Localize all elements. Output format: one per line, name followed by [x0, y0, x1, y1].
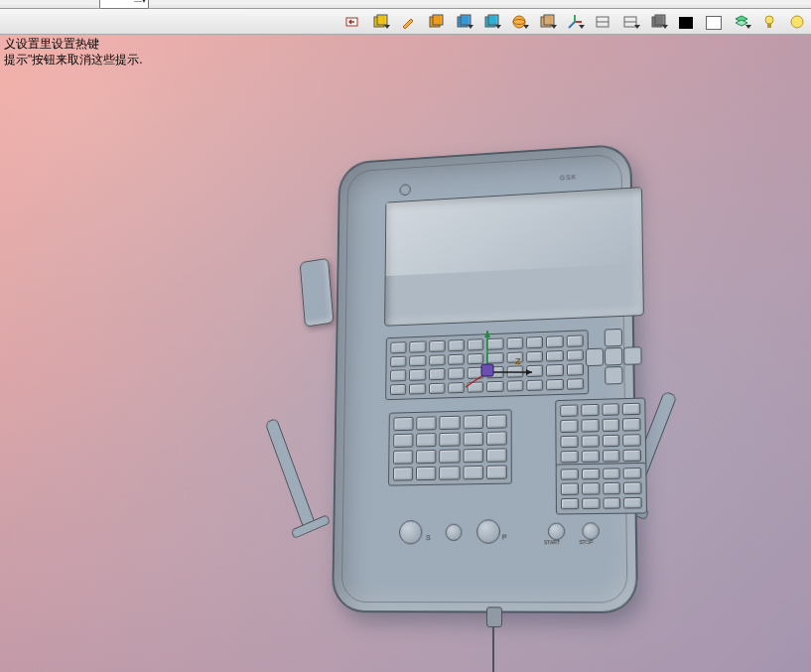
model-key	[487, 366, 504, 378]
model-key	[486, 448, 507, 462]
model-key	[603, 482, 620, 494]
model-key	[409, 369, 426, 381]
model-key	[561, 451, 579, 464]
model-key	[602, 419, 619, 432]
model-brand-text: GSK	[560, 174, 577, 182]
dimension-icon[interactable]	[618, 11, 642, 33]
svg-marker-23	[736, 20, 747, 26]
model-knob-p-label: P	[502, 533, 507, 540]
model-key	[448, 353, 465, 365]
model-key	[463, 415, 483, 429]
model-key	[409, 383, 426, 395]
axis-icon[interactable]	[563, 11, 587, 33]
model-dpad	[584, 326, 642, 385]
3d-viewport[interactable]: 义设置里设置热键 提示"按钮来取消这些提示. GSK S P START	[0, 35, 811, 672]
box-yellow-icon	[428, 14, 444, 30]
model-key	[463, 466, 483, 479]
model-key	[622, 403, 640, 416]
axis-icon	[567, 14, 583, 30]
model-key	[468, 352, 484, 364]
model-key	[468, 338, 484, 350]
model-knob-2	[446, 524, 463, 541]
model-key	[486, 431, 507, 445]
model-key	[393, 417, 413, 431]
layers-icon[interactable]	[730, 11, 753, 33]
model-key	[486, 414, 507, 428]
model-case: GSK S P START STOP	[332, 143, 638, 613]
model-key	[582, 497, 600, 509]
model-knob-start	[548, 523, 565, 541]
box-cyan-icon[interactable]	[479, 11, 503, 33]
model-key	[603, 468, 620, 479]
svg-rect-8	[488, 15, 498, 25]
model-key	[463, 449, 483, 463]
return-icon	[344, 14, 360, 30]
model-key	[622, 418, 640, 431]
svg-rect-25	[767, 24, 771, 28]
model-key	[506, 380, 523, 392]
hint-line-2: 提示"按钮来取消这些提示.	[4, 53, 143, 67]
model-keypad-func	[388, 409, 512, 485]
model-key	[487, 380, 504, 392]
model-key	[429, 354, 446, 366]
model-key	[390, 383, 407, 395]
model-keypad-num	[555, 397, 646, 468]
screen-icon	[595, 14, 610, 30]
circle-yellow-icon[interactable]	[785, 11, 809, 33]
sphere-icon[interactable]	[507, 11, 531, 33]
swatch-white-icon[interactable]	[702, 11, 726, 33]
model-key	[602, 403, 619, 416]
model-keypad-aux	[556, 463, 647, 515]
model-knob-stop-label: STOP	[579, 539, 593, 545]
model-key	[390, 369, 407, 381]
swatch-black-icon	[679, 17, 693, 29]
model-key	[429, 382, 446, 394]
box-yellow-icon[interactable]	[424, 11, 448, 33]
model-key	[581, 435, 599, 448]
svg-rect-4	[433, 15, 443, 25]
return-icon[interactable]	[340, 11, 364, 33]
swatch-black-icon[interactable]	[674, 11, 698, 33]
svg-point-9	[513, 16, 525, 28]
highlight-icon[interactable]	[396, 11, 420, 33]
model-key	[546, 350, 563, 362]
model-key	[463, 432, 483, 446]
sphere-icon	[511, 14, 527, 30]
layer-color-icon[interactable]	[368, 11, 392, 33]
model-key	[417, 416, 437, 430]
model-key	[487, 337, 504, 349]
plane-icon	[539, 14, 555, 30]
svg-line-15	[569, 22, 575, 28]
model-key	[506, 337, 523, 349]
plane-icon[interactable]	[535, 11, 559, 33]
model-key	[416, 467, 437, 480]
model-key	[410, 340, 427, 352]
model-key	[440, 433, 461, 447]
model-key	[561, 483, 579, 495]
bulb-icon	[761, 14, 777, 30]
hint-line-1: 义设置里设置热键	[4, 37, 143, 51]
model-key	[581, 404, 599, 417]
shade-icon[interactable]	[646, 11, 670, 33]
box-blue-icon[interactable]	[452, 11, 475, 33]
model-key	[526, 350, 543, 362]
model-key	[393, 450, 413, 464]
screen-icon[interactable]	[591, 11, 614, 33]
cad-model[interactable]: GSK S P START STOP	[303, 140, 692, 656]
model-cable	[492, 608, 494, 672]
model-key	[468, 381, 484, 393]
model-key	[416, 450, 437, 464]
model-knob-s-label: S	[426, 534, 431, 541]
layers-icon	[734, 14, 749, 30]
model-key	[582, 469, 600, 480]
box-cyan-icon	[483, 14, 499, 30]
bulb-icon[interactable]	[757, 11, 781, 33]
swatch-white-icon	[706, 16, 722, 30]
circle-yellow-icon	[789, 14, 805, 30]
model-key	[393, 434, 413, 448]
model-key	[487, 352, 504, 364]
svg-rect-6	[461, 15, 471, 25]
small-dropdown[interactable]: —▾	[99, 0, 149, 9]
model-key	[567, 349, 584, 361]
highlight-icon	[400, 14, 416, 30]
